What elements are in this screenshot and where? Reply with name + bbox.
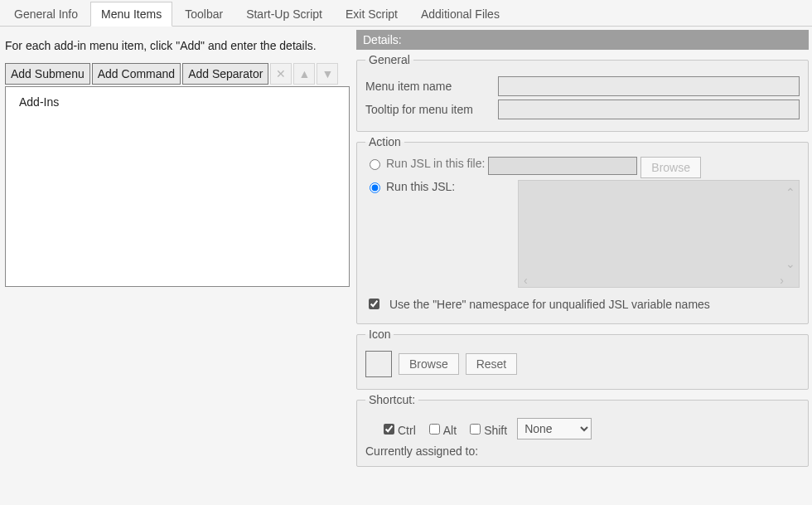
jsl-file-input [488, 157, 637, 175]
tab-exit-script[interactable]: Exit Script [335, 2, 408, 26]
jsl-editor[interactable]: ⌃⌄ ‹› [518, 180, 800, 288]
shift-checkbox[interactable] [470, 424, 481, 435]
run-file-label: Run JSL in this file: [386, 157, 485, 170]
scrollbar-horizontal-icon[interactable]: ‹› [524, 274, 784, 285]
move-down-icon[interactable]: ▼ [317, 63, 338, 85]
alt-label: Alt [443, 424, 457, 437]
icon-legend: Icon [365, 328, 394, 341]
action-group: Action Run JSL in this file: Browse Run … [356, 135, 809, 324]
shortcut-key-select[interactable]: None [517, 418, 592, 439]
shortcut-group: Shortcut: Ctrl Alt Shift None Currently … [356, 393, 809, 467]
here-namespace-label: Use the "Here" namespace for unqualified… [389, 298, 710, 311]
here-namespace-checkbox[interactable] [369, 299, 379, 309]
alt-checkbox[interactable] [429, 424, 440, 435]
assigned-to-label: Currently assigned to: [365, 444, 800, 458]
browse-icon-button[interactable]: Browse [399, 353, 459, 375]
run-file-radio[interactable] [370, 159, 380, 170]
tooltip-label: Tooltip for menu item [365, 103, 491, 116]
icon-group: Icon Browse Reset [356, 328, 809, 390]
tab-general-info[interactable]: General Info [3, 2, 89, 26]
shortcut-legend: Shortcut: [365, 393, 418, 406]
ctrl-option[interactable]: Ctrl [380, 421, 416, 437]
action-legend: Action [365, 135, 404, 148]
browse-jsl-button[interactable]: Browse [640, 157, 701, 178]
general-legend: General [365, 53, 413, 66]
menu-tree[interactable]: Add-Ins [5, 86, 350, 287]
tab-startup-script[interactable]: Start-Up Script [235, 2, 333, 26]
move-up-icon[interactable]: ▲ [293, 63, 315, 85]
tooltip-input[interactable] [498, 100, 800, 119]
run-jsl-label: Run this JSL: [386, 180, 455, 193]
shift-option[interactable]: Shift [466, 421, 507, 437]
tree-root-item[interactable]: Add-Ins [16, 94, 339, 110]
menu-item-name-input[interactable] [498, 76, 800, 96]
tab-menu-items[interactable]: Menu Items [90, 2, 172, 27]
tab-additional-files[interactable]: Additional Files [410, 2, 510, 26]
tab-bar: General Info Menu Items Toolbar Start-Up… [0, 0, 812, 27]
ctrl-label: Ctrl [398, 424, 416, 437]
instructions-text: For each add-in menu item, click "Add" a… [5, 38, 350, 55]
details-header: Details: [356, 30, 809, 50]
run-jsl-radio[interactable] [370, 182, 380, 193]
scrollbar-vertical-icon[interactable]: ⌃⌄ [785, 186, 797, 270]
shift-label: Shift [484, 424, 507, 437]
add-command-button[interactable]: Add Command [92, 63, 181, 85]
icon-preview [365, 351, 392, 377]
ctrl-checkbox[interactable] [384, 424, 394, 435]
add-submenu-button[interactable]: Add Submenu [5, 63, 90, 85]
reset-icon-button[interactable]: Reset [466, 353, 518, 375]
add-separator-button[interactable]: Add Separator [182, 63, 268, 85]
menu-item-name-label: Menu item name [365, 80, 491, 93]
delete-icon[interactable]: ✕ [270, 63, 292, 85]
general-group: General Menu item name Tooltip for menu … [356, 53, 809, 132]
alt-option[interactable]: Alt [426, 421, 457, 437]
tab-toolbar[interactable]: Toolbar [174, 2, 234, 26]
